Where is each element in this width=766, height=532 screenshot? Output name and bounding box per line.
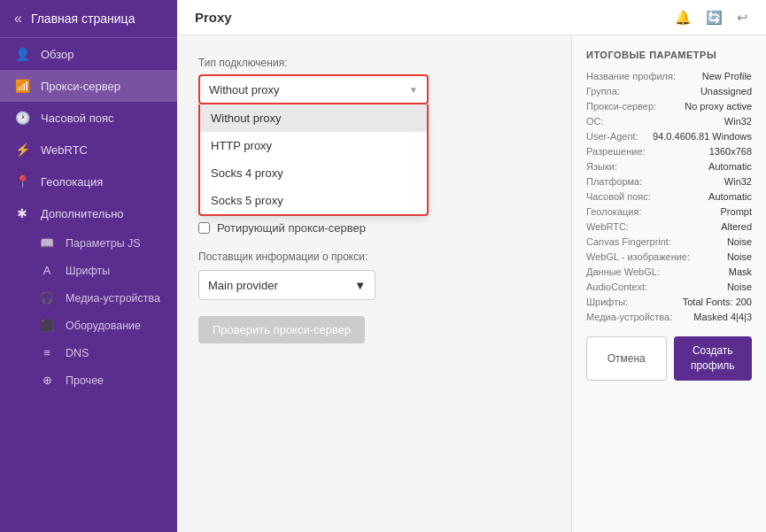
param-key: AudioContext: <box>586 281 647 292</box>
notification-icon[interactable]: 🔔 <box>675 10 692 26</box>
back-icon: « <box>14 11 22 27</box>
sidebar-item-label: Геолокация <box>41 175 103 189</box>
option-no-proxy[interactable]: Without proxy <box>200 104 427 132</box>
param-val: Win32 <box>724 176 752 187</box>
param-val: 1360x768 <box>709 146 752 157</box>
right-panel: ИТОГОВЫЕ ПАРАМЕТРЫ Название профиля: New… <box>571 35 766 532</box>
param-val: Noise <box>727 236 752 247</box>
provider-selected: Main provider <box>208 279 278 292</box>
sidebar-item-webrtc[interactable]: ⚡ WebRTC <box>0 134 177 166</box>
sidebar: « Главная страница 👤 Обзор 📶 Прокси-серв… <box>0 0 177 532</box>
main-content: Proxy 🔔 🔄 ↩ Тип подключения: Without pro… <box>177 0 766 532</box>
connection-type-dropdown[interactable]: Without proxy ▼ <box>198 74 429 104</box>
param-canvas: Canvas Fingerprint: Noise <box>586 236 752 247</box>
refresh-icon[interactable]: 🔄 <box>706 10 723 26</box>
param-val: Noise <box>727 251 752 262</box>
cancel-button[interactable]: Отмена <box>586 336 667 381</box>
param-val: Automatic <box>708 161 752 172</box>
sidebar-item-geolocation[interactable]: 📍 Геолокация <box>0 166 177 197</box>
param-val: Altered <box>721 221 752 232</box>
sidebar-sub-item-label: Параметры JS <box>66 237 141 250</box>
sidebar-item-label: Дополнительно <box>41 207 124 220</box>
dropdown-arrow-icon: ▼ <box>409 85 418 95</box>
other-icon: ⊕ <box>39 374 55 387</box>
timezone-icon: 🕐 <box>14 111 30 125</box>
js-params-icon: 📖 <box>39 236 55 250</box>
connection-type-selected: Without proxy <box>209 83 279 96</box>
param-key: Прокси-сервер: <box>586 101 656 112</box>
sidebar-back-button[interactable]: « Главная страница <box>0 0 177 38</box>
param-webgl-img: WebGL - изображение: Noise <box>586 251 752 262</box>
param-profile-name: Название профиля: New Profile <box>586 71 752 81</box>
option-socks5[interactable]: Socks 5 proxy <box>200 187 427 214</box>
sidebar-item-label: Часовой пояс <box>41 112 113 125</box>
param-val: Automatic <box>708 191 752 202</box>
sidebar-item-label: Прокси-сервер <box>41 80 120 93</box>
param-fonts: Шрифты: Total Fonts: 200 <box>586 297 752 307</box>
sidebar-item-proxy[interactable]: 📶 Прокси-сервер <box>0 70 177 102</box>
param-key: Языки: <box>586 161 617 172</box>
param-os: ОС: Win32 <box>586 116 752 127</box>
rotating-proxy-label: Ротирующий прокси-сервер <box>217 221 366 235</box>
sidebar-item-dns[interactable]: ≡ DNS <box>0 339 177 366</box>
provider-dropdown[interactable]: Main provider ▼ <box>198 270 375 300</box>
provider-dropdown-arrow-icon: ▼ <box>354 279 366 292</box>
param-val: Masked 4|4|3 <box>693 312 752 322</box>
param-val: Prompt <box>721 206 752 217</box>
sidebar-sub-item-label: DNS <box>66 347 89 359</box>
rotating-proxy-checkbox[interactable] <box>198 222 210 234</box>
proxy-icon: 📶 <box>14 79 30 93</box>
param-val: Total Fonts: 200 <box>683 297 752 307</box>
param-key: WebGL - изображение: <box>586 251 690 262</box>
param-key: Canvas Fingerprint: <box>586 236 671 247</box>
param-val: New Profile <box>702 71 752 81</box>
sidebar-item-overview[interactable]: 👤 Обзор <box>0 38 177 70</box>
sidebar-home-label: Главная страница <box>31 12 135 26</box>
overview-icon: 👤 <box>14 47 30 61</box>
option-http-proxy[interactable]: HTTP proxy <box>200 132 427 159</box>
check-proxy-button[interactable]: Проверить прокси-сервер <box>198 316 365 343</box>
webrtc-icon: ⚡ <box>14 143 30 157</box>
param-key: Платформа: <box>586 176 642 187</box>
param-languages: Языки: Automatic <box>586 161 752 172</box>
param-key: Группа: <box>586 86 620 96</box>
param-val: Unassigned <box>700 86 752 96</box>
sidebar-item-other[interactable]: ⊕ Прочее <box>0 366 177 394</box>
content-area: Тип подключения: Without proxy ▼ Without… <box>177 35 766 532</box>
param-key: Название профиля: <box>586 71 676 81</box>
sidebar-item-label: Обзор <box>41 48 74 61</box>
param-val: Mask <box>729 266 752 277</box>
param-geolocation: Геолокация: Prompt <box>586 206 752 217</box>
sidebar-item-label: WebRTC <box>41 143 88 157</box>
param-key: User-Agent: <box>586 131 638 142</box>
option-socks4[interactable]: Socks 4 proxy <box>200 159 427 187</box>
param-useragent: User-Agent: 94.0.4606.81 Windows <box>586 131 752 142</box>
exit-icon[interactable]: ↩ <box>737 10 748 26</box>
connection-type-menu: Without proxy HTTP proxy Socks 4 proxy S… <box>198 104 429 216</box>
param-key: Данные WebGL: <box>586 266 660 277</box>
provider-group: Поставщик информации о прокси: Main prov… <box>198 251 550 300</box>
param-proxy: Прокси-сервер: No proxy active <box>586 101 752 112</box>
param-webgl-data: Данные WebGL: Mask <box>586 266 752 277</box>
param-val: Win32 <box>724 116 752 127</box>
sidebar-item-media[interactable]: 🎧 Медиа-устройства <box>0 284 177 312</box>
geolocation-icon: 📍 <box>14 174 30 189</box>
param-timezone: Часовой пояс: Automatic <box>586 191 752 202</box>
param-key: Медиа-устройства: <box>586 312 672 322</box>
create-profile-button[interactable]: Создать профиль <box>674 336 753 381</box>
sidebar-item-fonts[interactable]: A Шрифты <box>0 257 177 284</box>
param-audio: AudioContext: Noise <box>586 281 752 292</box>
param-key: Разрешение: <box>586 146 646 157</box>
connection-type-label: Тип подключения: <box>198 57 550 69</box>
sidebar-item-timezone[interactable]: 🕐 Часовой пояс <box>0 102 177 134</box>
sidebar-item-js-params[interactable]: 📖 Параметры JS <box>0 229 177 257</box>
param-key: Шрифты: <box>586 297 628 307</box>
sidebar-sub-item-label: Медиа-устройства <box>66 292 160 305</box>
hardware-icon: ⬛ <box>39 319 55 332</box>
sidebar-item-hardware[interactable]: ⬛ Оборудование <box>0 312 177 339</box>
rotating-proxy-row: Ротирующий прокси-сервер <box>198 221 550 235</box>
sidebar-item-advanced[interactable]: ✱ Дополнительно <box>0 197 177 229</box>
sidebar-sub-item-label: Прочее <box>66 374 104 387</box>
param-key: ОС: <box>586 116 604 127</box>
form-area: Тип подключения: Without proxy ▼ Without… <box>177 35 571 532</box>
